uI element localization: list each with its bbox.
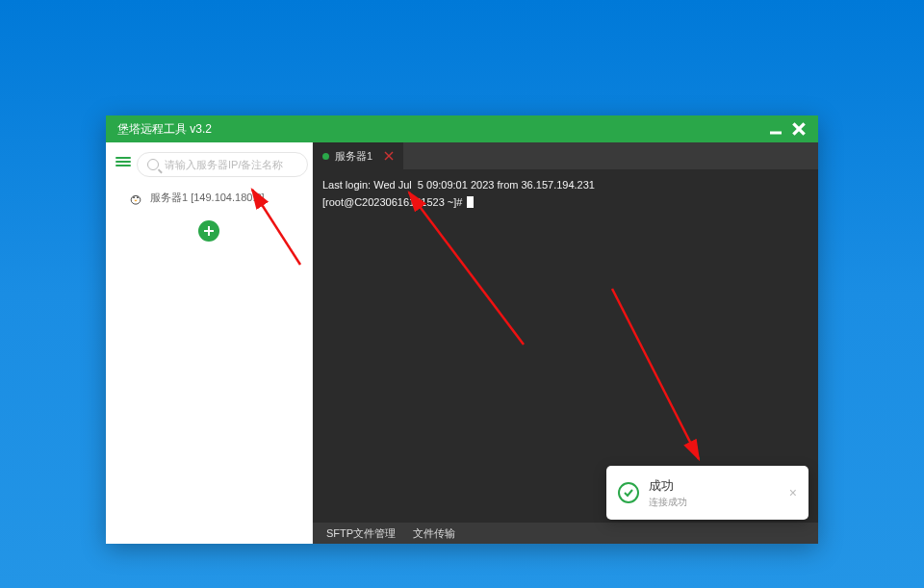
svg-point-5: [137, 196, 139, 198]
sidebar: 服务器1 [149.104.180.8]: [106, 142, 313, 544]
toast-notification: 成功 连接成功 ×: [606, 466, 808, 520]
tab-server1[interactable]: 服务器1: [313, 142, 403, 169]
cursor-icon: [467, 196, 474, 208]
minimize-button[interactable]: [764, 117, 787, 141]
terminal-line1: Last login: Wed Jul 5 09:09:01 2023 from…: [322, 179, 595, 191]
terminal-prompt: [root@C20230616181523 ~]#: [322, 196, 465, 208]
toast-subtitle: 连接成功: [649, 496, 780, 509]
close-button[interactable]: [787, 117, 810, 141]
add-server-button[interactable]: [198, 220, 219, 242]
tab-bar: 服务器1: [313, 142, 818, 169]
svg-point-4: [133, 196, 135, 198]
linux-icon: [129, 192, 142, 205]
sidebar-item-server[interactable]: 服务器1 [149.104.180.8]: [106, 185, 312, 211]
main-panel: 服务器1 Last login: Wed Jul 5 09:09:01 2023…: [313, 142, 818, 544]
app-window: 堡塔远程工具 v3.2 服务器1 [149.104.180.8]: [106, 115, 818, 544]
footer-sftp[interactable]: SFTP文件管理: [326, 526, 396, 541]
search-field[interactable]: [137, 152, 308, 177]
tab-label: 服务器1: [335, 149, 372, 164]
search-input[interactable]: [165, 159, 297, 170]
footer-bar: SFTP文件管理 文件传输: [313, 523, 818, 544]
server-label: 服务器1 [149.104.180.8]: [150, 191, 265, 205]
list-icon[interactable]: [116, 159, 131, 170]
window-title: 堡塔远程工具 v3.2: [117, 121, 764, 138]
toast-title: 成功: [649, 477, 780, 495]
footer-transfer[interactable]: 文件传输: [413, 526, 455, 541]
search-icon: [147, 159, 159, 170]
tab-close-button[interactable]: [382, 149, 396, 163]
toast-close-button[interactable]: ×: [789, 485, 797, 500]
titlebar: 堡塔远程工具 v3.2: [106, 115, 818, 142]
check-circle-icon: [618, 482, 639, 503]
status-dot-icon: [322, 153, 329, 160]
